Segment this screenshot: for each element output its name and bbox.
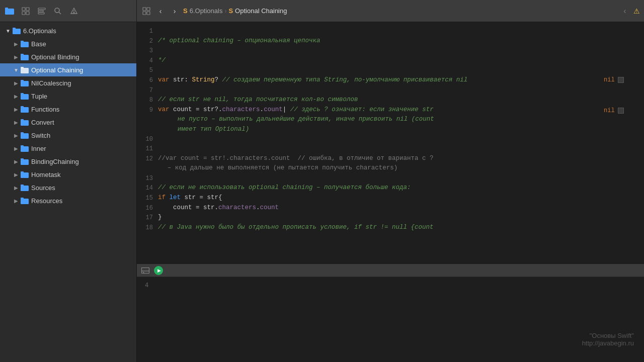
sidebar-item-tuple[interactable]: ▶ Tuple: [0, 89, 136, 103]
arrow-functions: ▶: [12, 105, 20, 113]
svg-line-11: [59, 12, 61, 14]
editor-grid-icon[interactable]: [141, 6, 152, 17]
code-line-12: 12 //var count = str!.characters.count /…: [137, 154, 644, 173]
swift-file-icon: S: [183, 7, 188, 15]
sidebar-item-inner[interactable]: ▶ Inner: [0, 142, 136, 155]
svg-rect-36: [21, 146, 29, 152]
sidebar-label-resources: Resources: [31, 197, 136, 205]
svg-rect-6: [26, 12, 29, 15]
arrow-hometask: ▶: [12, 170, 20, 178]
arrow-optional-chaining: ▼: [12, 66, 20, 74]
svg-rect-17: [147, 12, 150, 15]
code-line-13: 13: [137, 173, 644, 184]
folder-icon[interactable]: [4, 6, 15, 17]
result-square-6[interactable]: [618, 77, 624, 83]
warning-sidebar-icon[interactable]: [68, 6, 79, 17]
sidebar-item-hometask[interactable]: ▶ Hometask: [0, 168, 136, 181]
code-line-16: 16 count = str.characters.count: [137, 203, 644, 213]
code-line-17: 17 }: [137, 213, 644, 223]
svg-rect-35: [21, 132, 24, 134]
folder-optionals-icon: [12, 26, 21, 35]
svg-rect-25: [21, 67, 24, 68]
svg-rect-45: [21, 198, 24, 199]
svg-rect-41: [21, 171, 24, 173]
sidebar-item-convert[interactable]: ▶ Convert: [0, 116, 136, 129]
output-line-number: 4: [145, 282, 148, 289]
code-line-18: 18 // в Java нужно было бы отдельно проп…: [137, 223, 644, 233]
folder-functions-icon: [20, 105, 29, 114]
sidebar-label-base: Base: [31, 40, 136, 48]
sidebar-item-bindingchaining[interactable]: ▶ BindingChaining: [0, 155, 136, 168]
code-line-10: 10: [137, 134, 644, 144]
breadcrumb-file: S Optional Chaining: [228, 7, 287, 15]
sidebar-label-nilcoalescing: NilCoalescing: [31, 79, 136, 87]
run-button[interactable]: ▶: [154, 266, 163, 275]
svg-rect-3: [22, 8, 25, 11]
svg-rect-8: [38, 10, 43, 12]
arrow-nilcoalescing: ▶: [12, 79, 20, 87]
code-line-15: 15 if let str = str{: [137, 193, 644, 203]
code-line-8: 8 // если str не nil, тогда посчитается …: [137, 95, 644, 105]
sidebar-label-optional-chaining: Optional Chaining: [31, 66, 136, 74]
arrow-inner: ▶: [12, 144, 20, 152]
svg-rect-31: [21, 106, 24, 108]
code-line-14: 14 // если не использовать optional chai…: [137, 183, 644, 193]
sidebar-item-sources[interactable]: ▶ Sources: [0, 181, 136, 194]
nav-back-button[interactable]: ‹: [155, 6, 166, 17]
svg-rect-29: [21, 93, 24, 95]
code-line-9: 9 var count = str?.characters.count| // …: [137, 105, 644, 134]
sidebar-item-functions[interactable]: ▶ Functions: [0, 103, 136, 116]
sidebar-item-optional-chaining[interactable]: ▼ Optional Chaining: [0, 63, 136, 76]
folder-optional-binding-icon: [20, 52, 29, 61]
arrow-tuple: ▶: [12, 92, 20, 100]
svg-rect-38: [21, 159, 29, 165]
sidebar-item-switch[interactable]: ▶ Switch: [0, 129, 136, 142]
folder-sources-icon: [20, 183, 29, 192]
sidebar-item-base[interactable]: ▶ Base: [0, 37, 136, 50]
svg-rect-32: [21, 120, 29, 126]
svg-rect-30: [21, 107, 29, 113]
svg-rect-14: [143, 8, 146, 11]
folder-convert-icon: [20, 118, 29, 127]
svg-rect-21: [21, 41, 24, 42]
arrow-switch: ▶: [12, 131, 20, 139]
svg-rect-40: [21, 172, 29, 178]
arrow-resources: ▶: [12, 197, 20, 205]
sidebar-label-tuple: Tuple: [31, 93, 136, 100]
svg-rect-33: [21, 119, 24, 121]
nav-left-btn[interactable]: ‹: [619, 6, 630, 17]
svg-rect-15: [147, 8, 150, 11]
sidebar-item-optional-binding[interactable]: ▶ Optional Binding: [0, 50, 136, 63]
symbol-navigator-icon[interactable]: [20, 6, 31, 17]
svg-rect-5: [22, 12, 25, 15]
sidebar-item-resources[interactable]: ▶ Resources: [0, 194, 136, 207]
main-area: ▼ 6.Optionals ▶ Base ▶ Optional Binding: [0, 22, 644, 362]
toolbar-left: [0, 0, 137, 22]
sidebar: ▼ 6.Optionals ▶ Base ▶ Optional Binding: [0, 22, 137, 362]
svg-rect-34: [21, 133, 29, 139]
arrow-optionals: ▼: [4, 27, 12, 35]
hierarchy-icon[interactable]: [36, 6, 47, 17]
sidebar-item-optionals[interactable]: ▼ 6.Optionals: [0, 24, 136, 37]
console-toggle-icon[interactable]: [141, 266, 150, 275]
folder-hometask-icon: [20, 170, 29, 179]
search-icon[interactable]: [52, 6, 63, 17]
sidebar-label-optional-binding: Optional Binding: [31, 53, 136, 61]
code-line-3: 3: [137, 46, 644, 56]
result-square-9[interactable]: [618, 108, 624, 114]
svg-rect-20: [21, 42, 29, 47]
arrow-base: ▶: [12, 40, 20, 48]
svg-rect-39: [21, 158, 24, 160]
svg-rect-44: [21, 199, 29, 204]
folder-nilcoalescing-icon: [20, 78, 29, 87]
editor-bottom-bar: ▶: [137, 263, 644, 277]
toolbar: ‹ › S 6.Optionals › S Optional Chaining …: [0, 0, 644, 22]
nav-forward-button[interactable]: ›: [169, 6, 180, 17]
code-editor[interactable]: 1 2 /* optional chaining – опциональная …: [137, 22, 644, 263]
arrow-optional-binding: ▶: [12, 53, 20, 61]
sidebar-item-nilcoalescing[interactable]: ▶ NilCoalescing: [0, 76, 136, 89]
sidebar-label-sources: Sources: [31, 184, 136, 192]
line-6-result: nil: [604, 75, 644, 85]
svg-rect-28: [21, 94, 29, 100]
sidebar-label-functions: Functions: [31, 106, 136, 113]
